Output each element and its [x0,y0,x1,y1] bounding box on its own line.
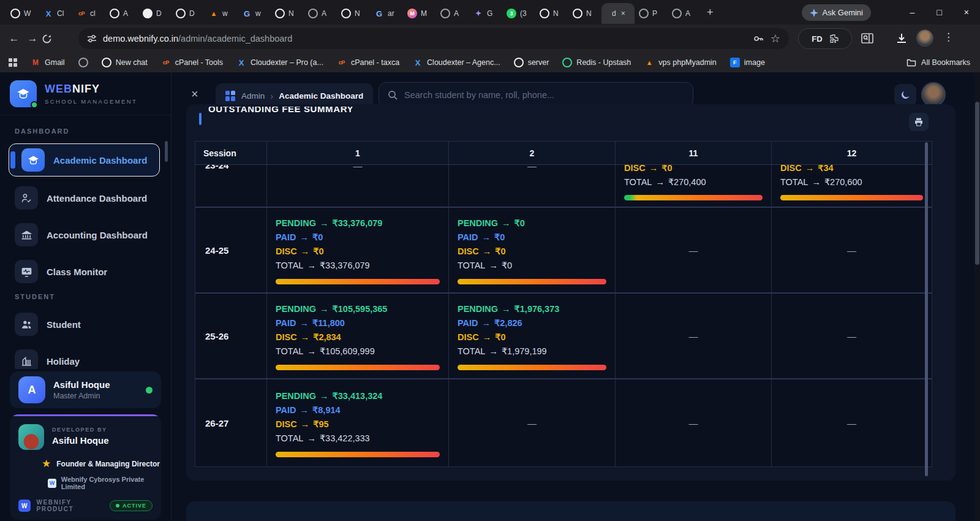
browser-tab[interactable]: XCl [39,3,72,24]
bookmark-item[interactable]: New chat [102,58,148,67]
browser-tab[interactable]: d× [601,3,635,24]
browser-tab[interactable]: N [535,3,568,24]
browser-tab[interactable]: cPcl [72,3,105,24]
bookmark-item[interactable]: Redis - Upstash [562,58,631,67]
disc-line: DISC→₹0 [624,165,763,173]
moon-icon [900,89,911,101]
bookmark-item[interactable]: MGmail [31,58,65,67]
pending-label: PENDING [276,218,316,228]
browser-tab[interactable]: Gar [370,3,403,24]
tab-close-icon[interactable]: × [621,9,625,18]
browser-tab[interactable]: A [668,3,701,24]
pending-label: PENDING [458,304,498,314]
ask-gemini-button[interactable]: Ask Gemini [802,4,871,21]
arrow-icon: → [502,218,511,228]
sidebar-scroll-thumb[interactable] [165,141,168,162]
close-window-button[interactable]: × [964,7,969,17]
page-scrollbar[interactable] [974,72,980,521]
session-label: 23-24 [205,165,228,170]
browser-tab[interactable]: MM [403,3,436,24]
all-bookmarks-button[interactable]: All Bookmarks [907,58,970,67]
arrow-icon: → [649,165,658,173]
url-host: demo.webnify.co.in [103,34,178,44]
sidebar-item-class-monitor[interactable]: Class Monitor [9,256,160,287]
breadcrumb-root[interactable]: Admin [241,91,265,101]
new-tab-button[interactable]: + [707,6,714,19]
browser-tab[interactable]: A [304,3,337,24]
password-key-icon[interactable] [752,32,764,45]
tab-title: w [255,9,261,18]
browser-tab[interactable]: N [271,3,304,24]
minimize-button[interactable]: – [910,7,915,17]
table-scrollbar[interactable] [925,142,928,476]
reload-button[interactable] [42,34,60,44]
browser-tab[interactable]: D [172,3,205,24]
url-text[interactable]: demo.webnify.co.in/admin/academic_dashbo… [103,34,746,44]
bookmark-item[interactable]: XCloudexter – Pro (a... [236,58,323,67]
user-online-dot [146,387,153,394]
active-label: ACTIVE [123,503,146,509]
bookmark-item[interactable]: cPcPanel - taxca [337,58,399,67]
sidebar-item-student[interactable]: Student [9,309,160,340]
sidebar-item-accounting-dashboard[interactable]: Accounting Dashboard [9,219,160,250]
student-search-input[interactable] [404,90,684,100]
apps-grid-icon[interactable] [9,58,17,67]
browser-tab[interactable]: P [635,3,668,24]
print-button[interactable] [909,113,929,131]
profile-avatar[interactable] [921,82,946,107]
pending-label: PENDING [276,391,316,401]
paid-label: PAID [458,318,478,328]
sidebar-item-label: Class Monitor [47,267,107,277]
disc-value: ₹0 [313,246,323,256]
extensions-puzzle-icon[interactable] [829,34,839,44]
sidebar-item-label: Attendance Dashboard [47,193,147,203]
tab-title: ar [388,9,394,18]
arrow-icon: → [300,405,309,415]
sidebar-item-academic-dashboard[interactable]: Academic Dashboard [9,143,160,177]
total-line: TOTAL→₹270,400 [624,177,763,187]
browser-tab[interactable]: A [105,3,138,24]
bookmark-item[interactable] [78,58,88,67]
fd-extension-badge[interactable]: FD [812,34,822,44]
folder-icon [907,58,916,67]
browser-tab[interactable]: 3(3 [502,3,535,24]
total-label: TOTAL [624,177,652,187]
downloads-icon[interactable] [894,31,909,46]
close-icon[interactable]: × [191,87,198,101]
bookmark-item[interactable]: server [514,58,549,67]
bookmark-item[interactable]: XCloudexter – Agenc... [413,58,500,67]
sidebar-item-attendance-dashboard[interactable]: Attendance Dashboard [9,183,160,213]
browser-tab[interactable]: W [6,3,39,24]
browser-profile-avatar[interactable] [916,29,933,47]
search-sidepanel-icon[interactable] [860,31,875,46]
maximize-button[interactable]: □ [937,7,941,17]
disc-label: DISC [624,165,646,173]
browser-tab[interactable]: ✦G [469,3,502,24]
pending-line: PENDING→₹105,595,365 [276,304,440,314]
empty-dash: — [847,245,856,256]
browser-tab[interactable]: N [337,3,370,24]
browser-tab[interactable]: ▲w [205,3,238,24]
bookmark-item[interactable]: Fimage [730,58,765,67]
back-button[interactable]: ← [5,32,23,45]
page-scroll-thumb[interactable] [975,102,979,265]
browser-tab[interactable]: A [436,3,469,24]
bookmark-item[interactable]: ▲vps phpMyadmin [644,58,717,67]
tab-title: d [612,9,616,18]
browser-menu-icon[interactable]: ⋮ [943,31,954,44]
address-bar[interactable]: demo.webnify.co.in/admin/academic_dashbo… [78,28,789,49]
browser-tab[interactable]: Gw [238,3,271,24]
forward-button[interactable]: → [23,32,42,45]
sidebar-scrollbar[interactable] [165,141,168,369]
current-user-card[interactable]: A Asiful Hoque Master Admin [10,371,161,408]
bookmark-star-icon[interactable]: ☆ [771,32,780,45]
dark-mode-toggle[interactable] [894,84,916,106]
admin-grid-icon [225,91,236,101]
sidebar-item-holiday[interactable]: Holiday [9,346,160,369]
table-row: 23-24——DISC→₹0TOTAL→₹270,400DISC→₹34TOTA… [195,165,932,208]
arrow-icon: → [320,218,329,228]
browser-tab[interactable]: N [568,3,601,24]
browser-tab[interactable]: D [138,3,172,24]
pending-value: ₹33,376,079 [333,218,383,228]
bookmark-item[interactable]: cPcPanel - Tools [161,58,223,67]
